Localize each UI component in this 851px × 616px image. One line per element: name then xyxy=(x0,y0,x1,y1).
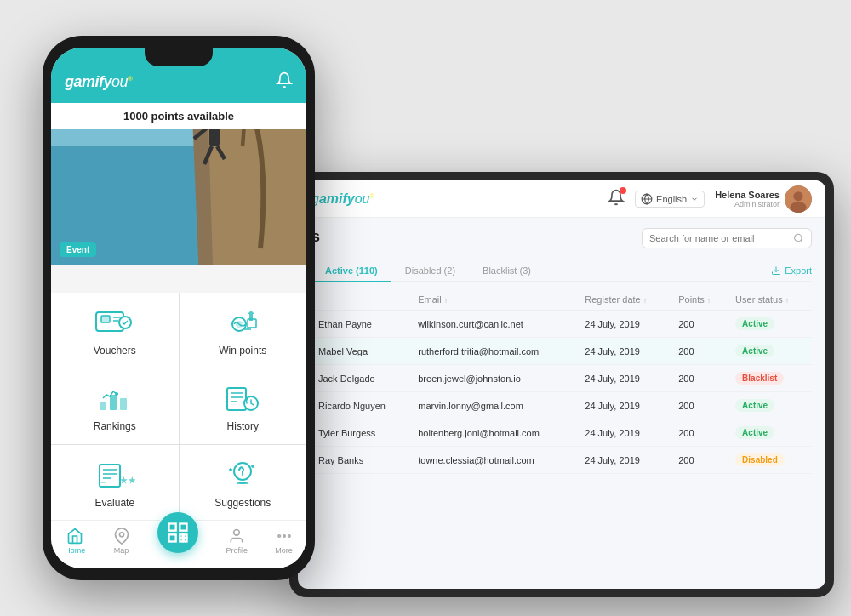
col-status[interactable]: User status ↑ xyxy=(728,289,812,311)
svg-rect-25 xyxy=(227,388,246,410)
svg-point-24 xyxy=(115,392,118,396)
menu-item-rankings[interactable]: Rankings xyxy=(51,368,179,443)
nav-home[interactable]: Home xyxy=(65,528,85,555)
vouchers-label: Vouchers xyxy=(94,345,136,356)
cell-status: Active xyxy=(728,392,812,419)
nav-scan[interactable] xyxy=(157,512,198,553)
table-row[interactable]: Jack Delgado breen.jewel@johnston.io 24 … xyxy=(311,365,812,392)
rankings-label: Rankings xyxy=(94,420,136,432)
nav-more[interactable]: More xyxy=(275,528,293,555)
cell-name: Ethan Payne xyxy=(311,311,411,338)
col-points[interactable]: Points ↑ xyxy=(671,289,728,311)
phone-device: gamifyou® 1000 points available xyxy=(43,36,315,580)
cell-status: Blacklist xyxy=(728,365,812,392)
svg-rect-5 xyxy=(209,129,220,146)
history-label: History xyxy=(227,420,259,432)
menu-item-history[interactable]: History xyxy=(180,368,307,443)
scene: gamifyou® 1000 points available xyxy=(17,19,834,597)
tablet-screen: gamifyou® xyxy=(298,180,825,589)
table-row[interactable]: Ricardo Nguyen marvin.lonny@gmail.com 24… xyxy=(311,392,812,419)
cell-points: 200 xyxy=(671,365,728,392)
phone-bottom-nav: Home Map xyxy=(51,520,306,568)
svg-line-62 xyxy=(801,240,802,242)
svg-rect-48 xyxy=(180,534,183,538)
export-button[interactable]: Export xyxy=(771,260,812,281)
tab-active[interactable]: Active (110) xyxy=(311,260,391,282)
svg-point-59 xyxy=(793,191,802,201)
cell-email: marvin.lonny@gmail.com xyxy=(411,392,578,419)
cell-name: Mabel Vega xyxy=(311,338,411,365)
cell-email: rutherford.tritia@hotmail.com xyxy=(411,338,578,365)
svg-point-55 xyxy=(288,535,290,538)
points-bar: 1000 points available xyxy=(51,103,306,129)
menu-item-vouchers[interactable]: Vouchers xyxy=(51,293,179,368)
notification-icon[interactable] xyxy=(608,189,625,209)
cell-date: 24 July, 2019 xyxy=(578,447,671,474)
cell-email: holtenberg.joni@hotmail.com xyxy=(411,419,578,447)
tab-disabled[interactable]: Disabled (2) xyxy=(391,260,469,282)
menu-item-win-points[interactable]: Win points xyxy=(180,293,307,368)
svg-rect-45 xyxy=(168,524,175,531)
cell-name: Ray Banks xyxy=(311,447,411,474)
search-row xyxy=(642,228,812,248)
menu-item-evaluate[interactable]: Evaluate xyxy=(51,445,179,520)
col-date[interactable]: Register date ↑ xyxy=(578,289,671,311)
cell-points: 200 xyxy=(671,392,728,419)
search-input[interactable] xyxy=(649,233,788,243)
suggestions-icon xyxy=(222,459,263,490)
cell-points: 200 xyxy=(671,311,728,338)
svg-point-61 xyxy=(795,234,802,241)
cell-status: Active xyxy=(728,311,812,338)
svg-rect-47 xyxy=(168,534,175,541)
tab-blacklist[interactable]: Blacklist (3) xyxy=(469,260,545,282)
nav-map[interactable]: Map xyxy=(113,528,130,555)
svg-point-44 xyxy=(119,533,123,537)
nav-profile[interactable]: Profile xyxy=(226,528,248,555)
status-badge: Active xyxy=(735,426,774,439)
svg-rect-46 xyxy=(180,524,186,531)
svg-rect-30 xyxy=(100,465,120,487)
cell-email: towne.clessia@hotmail.com xyxy=(411,447,578,474)
table-row[interactable]: Ethan Payne wilkinson.curt@canlic.net 24… xyxy=(311,311,812,338)
rankings-icon xyxy=(94,383,135,414)
phone-menu-grid: Vouchers Win points xyxy=(51,293,306,520)
svg-rect-21 xyxy=(100,402,106,410)
evaluate-icon xyxy=(94,459,135,490)
col-email[interactable]: Email ↑ xyxy=(411,289,578,311)
cell-points: 200 xyxy=(671,419,728,447)
cell-date: 24 July, 2019 xyxy=(578,311,671,338)
cell-status: Active xyxy=(728,338,812,365)
svg-point-38 xyxy=(242,475,243,476)
vouchers-icon xyxy=(94,307,135,338)
svg-point-52 xyxy=(234,530,240,536)
phone-logo: gamifyou® xyxy=(65,73,132,91)
cell-name: Tyler Burgess xyxy=(311,419,411,447)
hero-background: Event xyxy=(51,129,306,265)
history-icon xyxy=(222,383,263,414)
cell-email: breen.jewel@johnston.io xyxy=(411,365,578,392)
cell-name: Ricardo Nguyen xyxy=(311,392,411,419)
svg-point-53 xyxy=(277,535,280,538)
cell-date: 24 July, 2019 xyxy=(578,338,671,365)
menu-item-suggestions[interactable]: Suggestions xyxy=(180,445,307,520)
search-box[interactable] xyxy=(642,228,812,248)
svg-rect-51 xyxy=(184,539,187,542)
cell-email: wilkinson.curt@canlic.net xyxy=(411,311,578,338)
svg-point-60 xyxy=(790,202,806,213)
svg-rect-22 xyxy=(110,395,117,410)
svg-rect-49 xyxy=(184,534,187,538)
table-row[interactable]: Ray Banks towne.clessia@hotmail.com 24 J… xyxy=(311,447,812,474)
cell-date: 24 July, 2019 xyxy=(578,365,671,392)
tablet-tabs: Active (110) Disabled (2) Blacklist (3) … xyxy=(311,260,812,282)
col-name xyxy=(311,289,411,311)
svg-marker-35 xyxy=(129,476,135,484)
svg-rect-50 xyxy=(180,539,183,542)
table-row[interactable]: Tyler Burgess holtenberg.joni@hotmail.co… xyxy=(311,419,812,447)
language-selector[interactable]: English xyxy=(635,191,705,208)
cell-status: Active xyxy=(728,419,812,447)
win-points-icon xyxy=(222,307,263,338)
status-badge: Disabled xyxy=(735,453,785,466)
svg-rect-13 xyxy=(101,316,110,322)
bell-icon[interactable] xyxy=(276,71,293,93)
table-row[interactable]: Mabel Vega rutherford.tritia@hotmail.com… xyxy=(311,338,812,365)
